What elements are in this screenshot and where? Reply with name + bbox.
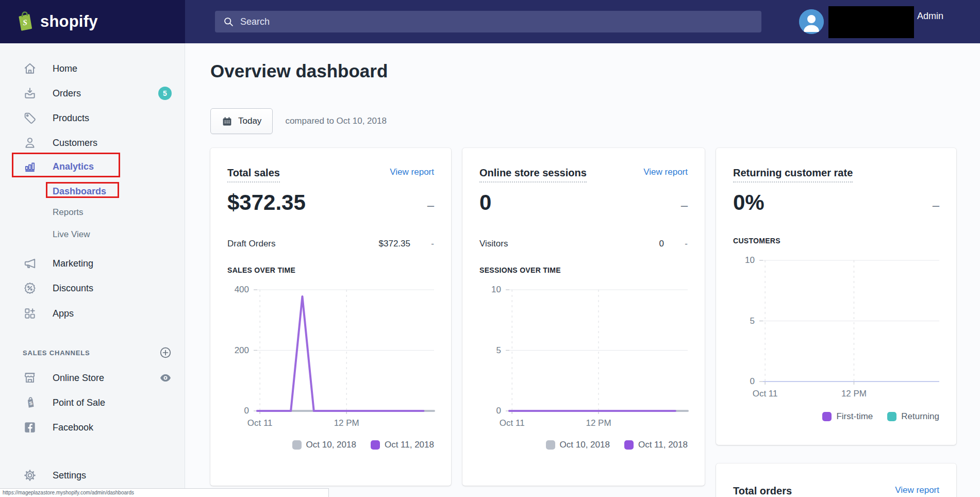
returning-rate-title[interactable]: Returning customer rate (733, 167, 853, 183)
sessions-over-time-chart: 1050 Oct 1112 PM (479, 290, 688, 433)
sidebar-item-home[interactable]: Home (0, 58, 185, 79)
legend-swatch-oct10 (546, 440, 555, 450)
marketing-megaphone-icon (23, 256, 37, 271)
total-sales-view-report-link[interactable]: View report (390, 167, 434, 177)
legend-swatch-oct11 (624, 440, 634, 450)
topbar: S shopify Admin (0, 0, 980, 43)
chart-legend: Oct 10, 2018 Oct 11, 2018 (479, 440, 688, 450)
compare-text: compared to Oct 10, 2018 (285, 116, 387, 126)
page-title: Overview dashboard (210, 61, 388, 81)
customers-chart: 1050 Oct 1112 PM (733, 260, 939, 403)
total-sales-title[interactable]: Total sales (227, 167, 280, 183)
online-store-sessions-card: Online store sessions View report 0 – Vi… (462, 148, 705, 486)
admin-menu[interactable]: Admin (917, 11, 943, 22)
sidebar-item-point-of-sale[interactable]: S Point of Sale (0, 392, 185, 413)
chart-y-axis: 1050 (733, 260, 763, 403)
chart-x-axis: Oct 1112 PM (763, 382, 939, 403)
search-input[interactable] (240, 16, 753, 27)
calendar-icon (222, 116, 232, 127)
sidebar-item-facebook[interactable]: Facebook (0, 417, 185, 438)
view-store-eye-icon[interactable] (159, 372, 172, 384)
sales-over-time-chart: 4002000 Oct 1112 PM (227, 290, 434, 433)
chart-plot-area (509, 290, 688, 411)
chart-plot-area (763, 260, 939, 382)
chart-legend: First-time Returning (733, 411, 939, 422)
total-orders-card: Total orders View report (716, 463, 956, 497)
shopify-wordmark: shopify (40, 12, 98, 31)
sidebar-item-marketing[interactable]: Marketing (0, 253, 185, 274)
sidebar-item-orders[interactable]: Orders 5 (0, 83, 185, 104)
legend-item: Returning (887, 411, 939, 422)
date-filter-toolbar: Today compared to Oct 10, 2018 (210, 108, 387, 134)
shopify-logo[interactable]: S shopify (0, 0, 185, 43)
search-icon (223, 16, 234, 27)
browser-status-url: https://mageplazastore.myshopify.com/adm… (0, 488, 329, 497)
chart-y-axis: 4002000 (227, 290, 257, 433)
date-range-label: Today (238, 116, 261, 126)
legend-item: Oct 11, 2018 (624, 440, 688, 450)
customers-label: CUSTOMERS (733, 237, 939, 245)
legend-item: First-time (822, 411, 873, 422)
customers-icon (23, 136, 37, 150)
sessions-title[interactable]: Online store sessions (479, 167, 587, 183)
visitors-value: 0 (659, 239, 664, 249)
chart-x-axis: Oct 1112 PM (257, 411, 434, 433)
draft-orders-row: Draft Orders $372.35 - (227, 239, 434, 249)
chart-legend: Oct 10, 2018 Oct 11, 2018 (227, 440, 434, 450)
chart-y-axis: 1050 (479, 290, 509, 433)
redacted-store-name (828, 6, 914, 38)
add-channel-button[interactable] (159, 346, 172, 359)
sidebar-item-reports[interactable]: Reports (0, 202, 185, 223)
total-orders-view-report-link[interactable]: View report (895, 485, 939, 495)
global-search[interactable] (215, 11, 761, 32)
total-orders-title[interactable]: Total orders (733, 485, 792, 497)
home-icon (23, 61, 37, 76)
date-range-button[interactable]: Today (210, 108, 273, 134)
sidebar-item-discounts[interactable]: Discounts (0, 278, 185, 299)
settings-gear-icon (23, 468, 37, 483)
legend-item: Oct 11, 2018 (371, 440, 434, 450)
sessions-value: 0 (479, 190, 491, 215)
main-content: Overview dashboard Today compared to Oct… (186, 43, 980, 497)
sidebar-item-online-store[interactable]: Online Store (0, 368, 185, 388)
chart-plot-area (257, 290, 434, 411)
orders-icon (23, 86, 37, 101)
point-of-sale-icon: S (23, 395, 37, 410)
sidebar-item-analytics[interactable]: Analytics (0, 156, 185, 177)
sidebar-item-customers[interactable]: Customers (0, 132, 185, 153)
orders-count-badge: 5 (158, 87, 172, 100)
sidebar-nav: Home Orders 5 Products (0, 43, 185, 497)
returning-customer-rate-card: Returning customer rate 0% – CUSTOMERS 1… (716, 148, 956, 445)
online-store-icon (23, 371, 37, 385)
sidebar-item-settings[interactable]: Settings (0, 465, 185, 486)
sessions-delta: – (681, 198, 688, 215)
total-sales-delta: – (427, 198, 434, 215)
sidebar-item-live-view[interactable]: Live View (0, 224, 185, 245)
legend-swatch-oct10 (292, 440, 302, 450)
total-sales-value: $372.35 (227, 190, 306, 215)
sessions-over-time-label: SESSIONS OVER TIME (479, 266, 688, 274)
shopify-admin-window: S shopify Admin (0, 0, 980, 497)
legend-item: Oct 10, 2018 (546, 440, 610, 450)
legend-swatch-returning (887, 412, 896, 421)
discounts-icon (23, 281, 37, 295)
analytics-icon (23, 159, 37, 174)
draft-orders-delta: - (410, 239, 434, 249)
total-sales-card: Total sales View report $372.35 – Draft … (210, 148, 451, 486)
draft-orders-value: $372.35 (379, 239, 410, 249)
user-avatar[interactable] (799, 9, 824, 34)
visitors-delta: - (664, 239, 688, 249)
sales-over-time-label: SALES OVER TIME (227, 266, 434, 274)
sessions-view-report-link[interactable]: View report (643, 167, 688, 177)
sidebar-item-products[interactable]: Products (0, 108, 185, 128)
products-tag-icon (23, 111, 37, 125)
legend-swatch-oct11 (371, 440, 380, 450)
sales-channels-header: SALES CHANNELS (0, 342, 185, 363)
sidebar-item-apps[interactable]: Apps (0, 303, 185, 324)
facebook-icon (23, 420, 37, 435)
apps-icon (23, 306, 37, 321)
sidebar-item-dashboards[interactable]: Dashboards (0, 181, 185, 202)
chart-x-axis: Oct 1112 PM (509, 411, 688, 433)
visitors-row: Visitors 0 - (479, 239, 688, 249)
shopify-bag-icon: S (13, 10, 34, 33)
